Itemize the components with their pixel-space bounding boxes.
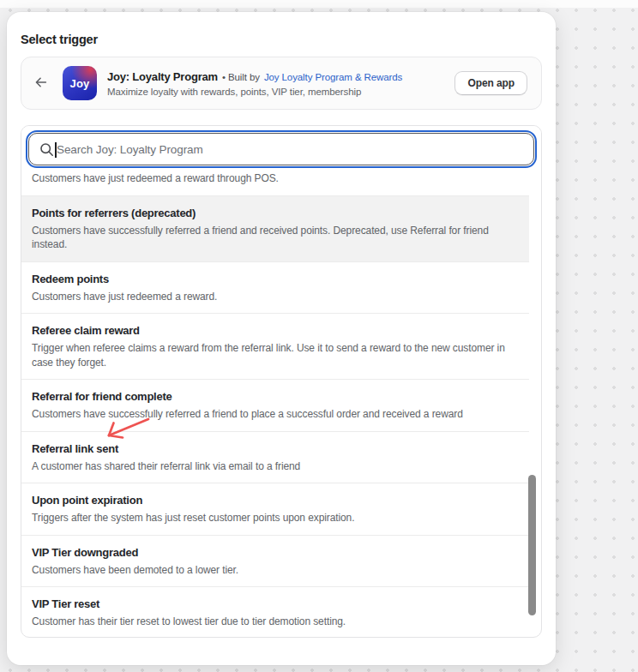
app-meta: Joy: Loyalty Program • Built by Joy Loya… (107, 70, 402, 97)
search-input[interactable] (29, 134, 533, 165)
trigger-option-description: Customers have been demoted to a lower t… (32, 563, 519, 578)
trigger-option[interactable]: Referee claim reward Trigger when refere… (21, 314, 529, 380)
trigger-option-title: VIP Tier reset (32, 596, 519, 612)
trigger-option[interactable]: Redeem points at POS Customers have just… (21, 172, 529, 196)
search-icon (39, 142, 54, 160)
app-name: Joy: Loyalty Program (107, 70, 218, 83)
trigger-option-title: Referral link sent (32, 441, 519, 457)
trigger-search-panel: Redeem points at POS Customers have just… (21, 125, 542, 638)
open-app-button[interactable]: Open app (454, 71, 527, 95)
trigger-option-description: Customers have just redeemed a reward. (32, 290, 519, 304)
built-by-link[interactable]: Joy Loyalty Program & Rewards (264, 72, 402, 82)
trigger-option-description: A customer has shared their referral lin… (32, 459, 519, 474)
app-tagline: Maximize loyalty with rewards, points, V… (107, 87, 402, 97)
trigger-option-description: Customers have just redeemed a reward th… (32, 172, 519, 186)
text-caret (55, 142, 57, 158)
trigger-option-title: Redeem points (32, 271, 519, 287)
built-by-text: • Built by (222, 72, 260, 82)
trigger-option-description: Trigger when referee claims a reward fro… (32, 341, 519, 369)
trigger-option-title: Points for referrers (deprecated) (32, 205, 519, 221)
trigger-option[interactable]: Points for referrers (deprecated) Custom… (21, 196, 529, 262)
top-strip (0, 0, 638, 8)
trigger-option[interactable]: Redeem points Customers have just redeem… (21, 262, 529, 315)
arrow-left-icon (33, 75, 49, 93)
flow-editor-background: { "page": { "title": "Select trigger" },… (0, 0, 638, 672)
scrollbar-thumb[interactable] (528, 475, 536, 615)
trigger-option-description: Customers have successfully referred a f… (32, 407, 519, 422)
trigger-option[interactable]: Referral link sent A customer has shared… (21, 432, 529, 484)
back-button[interactable] (32, 74, 51, 93)
search-box[interactable] (28, 133, 534, 165)
search-header (21, 126, 541, 172)
joy-app-logo-icon: Joy (63, 66, 97, 100)
trigger-option-title: Upon point expiration (32, 492, 519, 508)
select-trigger-modal: Select trigger Joy Joy: Loyalty Program … (7, 12, 556, 665)
trigger-option[interactable]: Upon point expiration Triggers after the… (21, 483, 529, 536)
trigger-list: Redeem points at POS Customers have just… (21, 172, 541, 638)
trigger-option-description: Customers have successfully referred a f… (32, 224, 519, 252)
page-title: Select trigger (21, 31, 542, 48)
trigger-option[interactable]: Referral for friend complete Customers h… (21, 380, 529, 432)
trigger-option-description: Customer has their tier reset to lowest … (32, 615, 519, 629)
trigger-option-title: VIP Tier downgraded (32, 544, 519, 561)
trigger-option-description: Triggers after the system has just reset… (32, 511, 519, 525)
trigger-option[interactable]: VIP Tier reset Customer has their tier r… (21, 587, 529, 638)
trigger-option-title: Referral for friend complete (32, 388, 519, 405)
app-header-card: Joy Joy: Loyalty Program • Built by Joy … (21, 57, 542, 110)
trigger-option-title: Referee claim reward (32, 322, 519, 339)
trigger-option[interactable]: VIP Tier downgraded Customers have been … (21, 536, 529, 588)
